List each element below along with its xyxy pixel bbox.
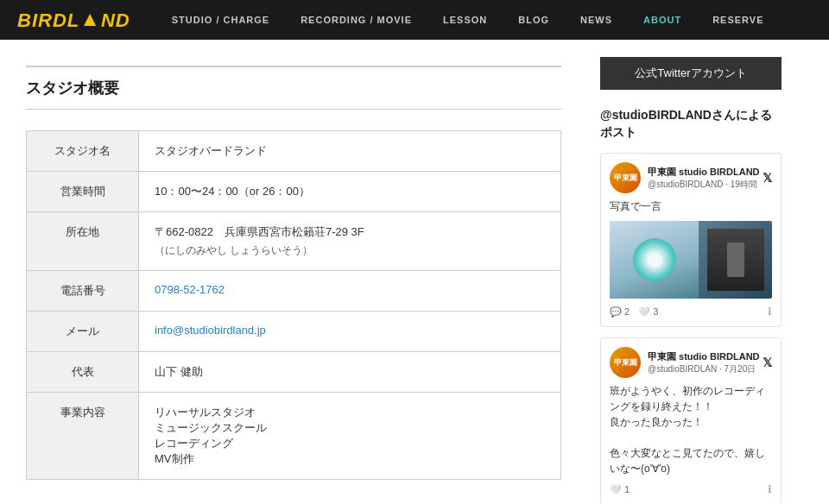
table-row: スタジオ名 スタジオバードランド	[27, 131, 561, 172]
tweet-card-1: 甲東園 甲東園 studio BIRDLAND @studioBIRDLAND …	[600, 153, 782, 327]
twitter-account-button[interactable]: 公式Twitterアカウント	[600, 57, 782, 90]
tweet-handle-1: @studioBIRDLAND · 19時間	[648, 179, 763, 191]
twitter-header: @studioBIRDLANDさんによるポスト	[600, 107, 782, 141]
table-header-hours: 営業時間	[27, 172, 139, 212]
table-cell-rep: 山下 健助	[139, 352, 561, 393]
sidebar: 公式Twitterアカウント @studioBIRDLANDさんによるポスト 甲…	[587, 40, 794, 504]
logo-text: BIRDL▲ND	[17, 8, 130, 32]
business-line-1: リハーサルスタジオ	[155, 405, 545, 420]
table-cell-hours: 10：00〜24：00（or 26：00）	[139, 172, 561, 212]
tweet-handle-2: @studioBIRDLAN · 7月20日	[648, 363, 763, 375]
business-line-3: レコーディング	[155, 436, 545, 451]
nav-news[interactable]: NEWS	[565, 0, 628, 40]
nav-about[interactable]: ABOUT	[628, 0, 697, 40]
page-title: スタジオ概要	[26, 78, 561, 98]
x-icon-1: 𝕏	[763, 171, 772, 185]
table-header-business: 事業内容	[27, 393, 139, 480]
tweet-avatar-2: 甲東園	[610, 347, 641, 378]
nav-reserve[interactable]: RESERVE	[697, 0, 779, 40]
business-line-2: ミュージックスクール	[155, 420, 545, 436]
table-cell-business: リハーサルスタジオ ミュージックスクール レコーディング MV制作	[139, 393, 561, 480]
table-row: 電話番号 0798-52-1762	[27, 271, 561, 312]
section-title-bar: スタジオ概要	[26, 66, 561, 110]
tweet-header-2: 甲東園 甲東園 studio BIRDLAND @studioBIRDLAN ·…	[610, 347, 772, 378]
nav-studio-charge[interactable]: STUDIO / CHARGE	[156, 0, 285, 40]
tweet-name-2: 甲東園 studio BIRDLAND	[648, 350, 763, 363]
table-row: 営業時間 10：00〜24：00（or 26：00）	[27, 172, 561, 212]
email-link[interactable]: info@studiobirdland.jp	[155, 324, 266, 337]
tweet-body-1: 写真で一言	[610, 198, 772, 214]
tweet-meta-2: 甲東園 studio BIRDLAND @studioBIRDLAN · 7月2…	[648, 350, 763, 375]
table-header-phone: 電話番号	[27, 271, 139, 312]
phone-link[interactable]: 0798-52-1762	[155, 283, 225, 296]
tweet-actions-1: 💬 2 🤍 3	[610, 306, 658, 318]
tweet-image-1	[610, 221, 772, 299]
table-cell-studio-name: スタジオバードランド	[139, 131, 561, 172]
table-cell-phone: 0798-52-1762	[139, 271, 561, 312]
info-table: スタジオ名 スタジオバードランド 営業時間 10：00〜24：00（or 26：…	[26, 130, 561, 480]
page-wrapper: スタジオ概要 スタジオ名 スタジオバードランド 営業時間 10：00〜24：00…	[0, 40, 829, 504]
x-icon-2: 𝕏	[763, 356, 772, 369]
tweet-comment-count-1[interactable]: 💬 2	[610, 306, 630, 318]
tweet-footer-2: 🤍 1 ℹ	[610, 483, 772, 495]
tweet-card-2: 甲東園 甲東園 studio BIRDLAND @studioBIRDLAN ·…	[600, 337, 782, 504]
tweet-name-1: 甲東園 studio BIRDLAND	[648, 166, 763, 179]
table-header-studio-name: スタジオ名	[27, 131, 139, 172]
tweet-info-icon-1[interactable]: ℹ	[768, 306, 772, 318]
main-content: スタジオ概要 スタジオ名 スタジオバードランド 営業時間 10：00〜24：00…	[0, 40, 587, 504]
main-nav: BIRDL▲ND STUDIO / CHARGE RECORDING / MOV…	[0, 0, 829, 40]
nav-lesson[interactable]: LESSON	[427, 0, 503, 40]
tweet-like-count-2[interactable]: 🤍 1	[610, 484, 630, 495]
logo[interactable]: BIRDL▲ND	[17, 8, 130, 32]
table-row: 所在地 〒662-0822 兵庫県西宮市松籟荘7-29 3F （にしのみやし し…	[27, 212, 561, 271]
table-header-email: メール	[27, 312, 139, 352]
tweet-actions-2: 🤍 1	[610, 484, 630, 495]
tweet-info-icon-2[interactable]: ℹ	[768, 483, 772, 495]
table-header-rep: 代表	[27, 352, 139, 393]
address-sub: （にしのみやし しょうらいそう）	[155, 243, 545, 258]
tweet-meta-1: 甲東園 studio BIRDLAND @studioBIRDLAND · 19…	[648, 166, 763, 191]
table-row: メール info@studiobirdland.jp	[27, 312, 561, 352]
business-line-4: MV制作	[155, 451, 545, 467]
table-row: 事業内容 リハーサルスタジオ ミュージックスクール レコーディング MV制作	[27, 393, 561, 480]
table-row: 代表 山下 健助	[27, 352, 561, 393]
tweet-footer-1: 💬 2 🤍 3 ℹ	[610, 306, 772, 318]
table-header-address: 所在地	[27, 212, 139, 271]
table-cell-email: info@studiobirdland.jp	[139, 312, 561, 352]
tweet-avatar-1: 甲東園	[610, 162, 641, 193]
tweet-like-count-1[interactable]: 🤍 3	[638, 306, 658, 318]
tweet-body-2: 班がようやく、初作のレコーディングを録り終えた！！良かった良かった！色々大変なと…	[610, 383, 772, 476]
table-cell-address: 〒662-0822 兵庫県西宮市松籟荘7-29 3F （にしのみやし しょうらい…	[139, 212, 561, 271]
nav-blog[interactable]: BLOG	[503, 0, 565, 40]
nav-recording-movie[interactable]: RECORDING / MOVIE	[285, 0, 427, 40]
tweet-header-1: 甲東園 甲東園 studio BIRDLAND @studioBIRDLAND …	[610, 162, 772, 193]
